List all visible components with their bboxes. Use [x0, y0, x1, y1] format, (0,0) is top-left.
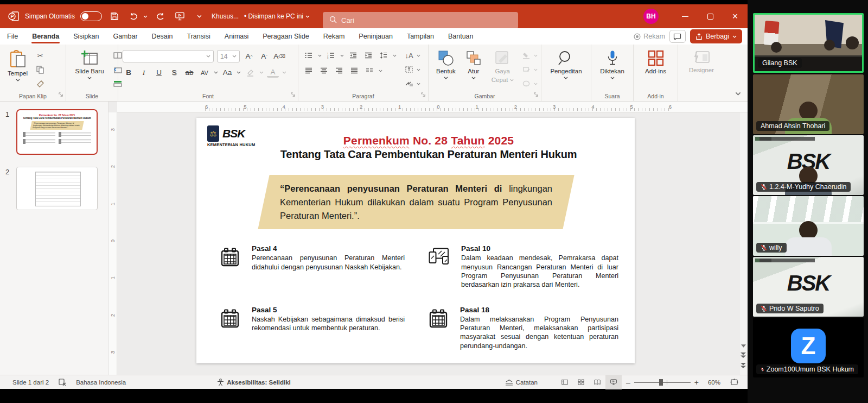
tab-file[interactable]: File	[0, 28, 25, 45]
accessibility-status[interactable]: Aksesibilitas: Selidiki	[212, 375, 296, 389]
paragraph-dialog-launcher[interactable]	[421, 90, 426, 99]
slide-1-thumbnail[interactable]: Permenkum No. 28 Tahun 2025 Tentang Tata…	[16, 109, 98, 155]
format-painter-button[interactable]	[34, 78, 46, 89]
shape-outline-button[interactable]	[520, 64, 532, 75]
close-button[interactable]: ×	[723, 4, 748, 28]
change-case-button[interactable]: Aa	[221, 67, 233, 78]
participant-tile-gilang[interactable]: Gilang BSK	[753, 13, 864, 73]
search-input[interactable]	[341, 16, 493, 24]
align-text-button[interactable]	[403, 64, 415, 75]
cut-button[interactable]: ✂	[34, 50, 46, 61]
vertical-ruler[interactable]: 3210123	[108, 112, 117, 375]
participant-tile-willy[interactable]: willy	[753, 196, 864, 256]
spellcheck-icon[interactable]	[54, 375, 71, 389]
undo-chevron[interactable]	[143, 15, 148, 18]
zoom-slider-handle[interactable]	[659, 379, 663, 386]
columns-button[interactable]	[363, 65, 375, 76]
addins-button[interactable]: Add-ins	[642, 48, 669, 91]
quick-access-overflow-icon[interactable]	[192, 9, 206, 23]
zoom-in-button[interactable]: +	[694, 378, 699, 387]
slide-counter[interactable]: Slide 1 dari 2	[8, 375, 54, 389]
editing-button[interactable]: Pengeditan	[547, 48, 585, 91]
scroll-down-icon[interactable]	[741, 344, 746, 348]
tab-transisi[interactable]: Transisi	[180, 28, 218, 45]
slide-sorter-view-button[interactable]	[573, 375, 589, 389]
participant-tile-zoom100[interactable]: Z Zoom100Umum BSK Hukum	[753, 318, 864, 377]
underline-button[interactable]: U	[153, 67, 165, 78]
slide[interactable]: ⚖ BSK KEMENTERIAN HUKUM Permenkum No. 28…	[196, 118, 635, 363]
decrease-font-button[interactable]: Aˇ	[258, 51, 270, 62]
reading-view-button[interactable]	[589, 375, 605, 389]
comments-button[interactable]	[669, 30, 686, 43]
tab-desain[interactable]: Desain	[145, 28, 180, 45]
font-size-combobox[interactable]: 14	[217, 50, 240, 62]
slide-2-thumbnail[interactable]	[16, 167, 98, 210]
restore-button[interactable]	[698, 4, 723, 28]
start-slideshow-button[interactable]	[173, 9, 187, 23]
strikethrough-button[interactable]: ab	[183, 67, 195, 78]
zoom-slider-track[interactable]	[634, 382, 691, 383]
increase-font-button[interactable]: A^	[243, 51, 255, 62]
undo-button[interactable]	[127, 9, 141, 23]
new-slide-button[interactable]: Slide Baru	[71, 48, 108, 91]
user-avatar[interactable]: BH	[643, 9, 659, 24]
align-left-button[interactable]	[303, 65, 315, 76]
zoom-level[interactable]: 60%	[703, 375, 725, 389]
tab-rekam[interactable]: Rekam	[316, 28, 352, 45]
saved-location-chevron[interactable]	[305, 15, 310, 18]
arrange-button[interactable]: Atur	[462, 48, 485, 91]
fit-slide-button[interactable]	[725, 375, 743, 389]
highlight-chevron-icon[interactable]	[259, 71, 264, 74]
italic-button[interactable]: I	[138, 67, 150, 78]
tab-bantuan[interactable]: Bantuan	[441, 28, 481, 45]
powerpoint-app-icon[interactable]: P	[8, 10, 20, 22]
minimize-button[interactable]	[673, 4, 698, 28]
previous-slide-button[interactable]	[741, 352, 746, 358]
tab-beranda[interactable]: Beranda	[25, 28, 66, 45]
tab-animasi[interactable]: Animasi	[218, 28, 256, 45]
bullets-chevron-icon[interactable]	[318, 54, 322, 57]
convert-smartart-button[interactable]	[403, 78, 415, 89]
next-slide-button[interactable]	[741, 363, 746, 368]
participant-tile-prido[interactable]: BSK Prido W Saputro	[753, 257, 864, 317]
collapse-ribbon-button[interactable]	[735, 88, 741, 98]
line-spacing-button[interactable]	[378, 50, 390, 61]
align-right-button[interactable]	[333, 65, 345, 76]
character-spacing-button[interactable]: AV	[199, 67, 210, 78]
decrease-indent-button[interactable]	[347, 50, 359, 61]
designer-button[interactable]: Designer	[686, 48, 717, 91]
tab-peragaan-slide[interactable]: Peragaan Slide	[256, 28, 316, 45]
notes-button[interactable]: Catatan	[500, 375, 542, 389]
language-label[interactable]: Bahasa Indonesia	[71, 375, 131, 389]
shape-fill-button[interactable]	[520, 50, 532, 61]
save-button[interactable]	[107, 9, 122, 23]
bold-button[interactable]: B	[123, 67, 135, 78]
bullets-button[interactable]	[303, 50, 315, 61]
columns-chevron-icon[interactable]	[379, 70, 382, 72]
numbering-button[interactable]	[325, 50, 337, 61]
zoom-out-button[interactable]: –	[626, 378, 630, 387]
autosave-toggle[interactable]	[80, 11, 102, 21]
case-chevron-icon[interactable]	[237, 71, 241, 74]
quick-styles-button[interactable]: Gaya Cepat	[488, 48, 517, 91]
clipboard-dialog-launcher[interactable]	[59, 90, 63, 99]
tab-peninjauan[interactable]: Peninjauan	[352, 28, 400, 45]
horizontal-ruler[interactable]: 6543210123456	[117, 102, 748, 112]
font-color-chevron-icon[interactable]	[282, 71, 286, 74]
vertical-scrollbar[interactable]	[739, 112, 748, 375]
text-shadow-button[interactable]: S	[168, 67, 180, 78]
saved-location-label[interactable]: • Disimpan ke PC ini	[244, 12, 303, 20]
search-box[interactable]	[323, 12, 518, 29]
dictate-button[interactable]: Diktekan	[597, 48, 628, 91]
numbering-chevron-icon[interactable]	[340, 54, 344, 57]
shape-effects-button[interactable]	[520, 78, 532, 89]
record-button[interactable]: Rekam	[634, 33, 665, 40]
participant-tile-ahmad[interactable]: Ahmad Ahsin Thohari	[753, 74, 864, 134]
slideshow-view-button[interactable]	[605, 375, 622, 389]
tab-sisipkan[interactable]: Sisipkan	[66, 28, 106, 45]
share-button[interactable]: Berbagi	[690, 29, 742, 43]
justify-button[interactable]	[348, 65, 360, 76]
shapes-button[interactable]: Bentuk	[433, 48, 459, 91]
redo-button[interactable]	[153, 9, 167, 23]
highlight-color-button[interactable]	[244, 67, 256, 78]
